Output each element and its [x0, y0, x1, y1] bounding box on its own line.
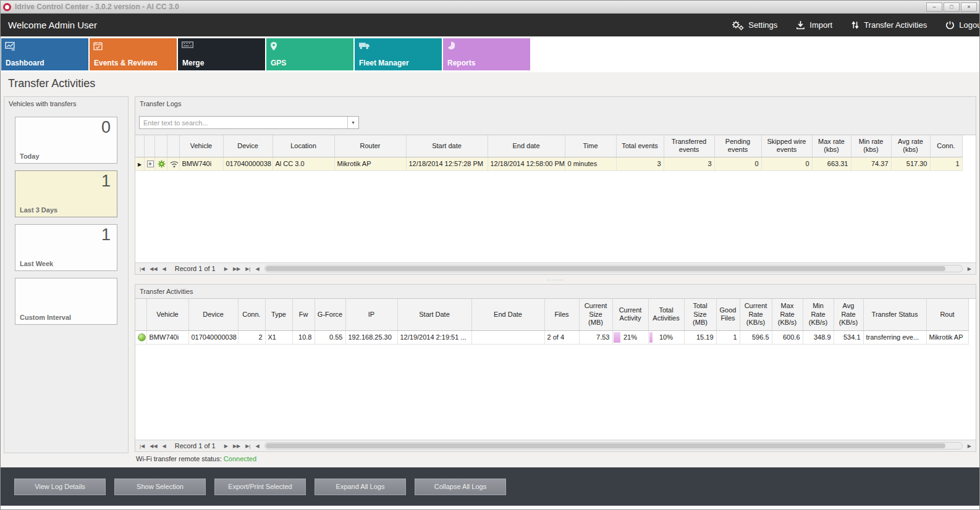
close-button[interactable]: ×	[961, 2, 977, 12]
prev-page-icon[interactable]: ◀◀	[148, 443, 158, 449]
import-button[interactable]: Import	[796, 20, 832, 30]
nav-tile-dashboard[interactable]: Dashboard	[1, 38, 88, 70]
expand-all-logs-button[interactable]: Expand All Logs	[315, 479, 406, 495]
progress-cell[interactable]: 21%	[612, 330, 648, 344]
next-page-icon[interactable]: ▶▶	[232, 443, 242, 449]
column-header[interactable]: Fw	[292, 299, 315, 330]
cell[interactable]: 2 of 4	[544, 330, 579, 344]
cell[interactable]: 596.5	[740, 330, 772, 344]
cell[interactable]: 534.1	[834, 330, 863, 344]
column-header[interactable]: Rout	[926, 299, 968, 330]
cell[interactable]: 348.9	[803, 330, 834, 344]
cell[interactable]: 663.31	[812, 157, 851, 170]
panel-splitter[interactable]: ·······	[135, 275, 976, 284]
column-header[interactable]: Vehicle	[146, 299, 188, 330]
logout-button[interactable]: Logout	[945, 20, 980, 30]
column-header[interactable]: Start Date	[397, 299, 471, 330]
nav-tile-reports[interactable]: Reports	[443, 38, 530, 70]
cell[interactable]	[471, 330, 544, 344]
cell[interactable]: 74.37	[851, 157, 891, 170]
column-header[interactable]: G-Force	[315, 299, 345, 330]
horizontal-scrollbar[interactable]	[264, 265, 963, 272]
nav-tile-merge[interactable]: Merge	[178, 38, 265, 70]
column-header[interactable]: Transferred events	[664, 135, 714, 157]
scroll-right-icon[interactable]: ▶	[966, 443, 973, 449]
column-header[interactable]: Start date	[406, 135, 488, 157]
green-dot-cell[interactable]	[135, 330, 146, 344]
column-header[interactable]: Router	[334, 135, 406, 157]
cell[interactable]: 017040000038	[223, 157, 272, 170]
cell[interactable]: 1	[716, 330, 740, 344]
column-header[interactable]	[144, 135, 154, 157]
column-header[interactable]: Conn.	[238, 299, 265, 330]
column-header[interactable]	[135, 135, 144, 157]
column-header[interactable]: Total events	[616, 135, 664, 157]
column-header[interactable]: End Date	[471, 299, 544, 330]
column-header[interactable]: Pending events	[714, 135, 761, 157]
view-log-details-button[interactable]: View Log Details	[14, 479, 106, 495]
table-row[interactable]: BMW740i0170400000382X110.80.55192.168.25…	[135, 330, 968, 344]
minimize-button[interactable]: –	[926, 2, 942, 12]
scrollbar-thumb[interactable]	[266, 266, 945, 271]
settings-button[interactable]: Settings	[732, 20, 777, 30]
column-header[interactable]: Total Size (MB)	[684, 299, 716, 330]
scroll-right-icon[interactable]: ▶	[966, 266, 973, 272]
cell[interactable]: transferring eve...	[863, 330, 926, 344]
column-header[interactable]: Current Size (MB)	[579, 299, 612, 330]
search-input[interactable]	[140, 119, 347, 127]
row-arrow-cell[interactable]: ▶	[135, 157, 144, 170]
cell[interactable]: Mikrotik AP	[926, 330, 968, 344]
cell[interactable]: 017040000038	[188, 330, 238, 344]
column-header[interactable]: Max Rate (KB/s)	[772, 299, 803, 330]
column-header[interactable]: Files	[544, 299, 579, 330]
column-header[interactable]	[154, 135, 167, 157]
column-header[interactable]: Max rate (kbs)	[812, 135, 851, 157]
cell[interactable]: 517.30	[891, 157, 930, 170]
expand-plus-cell[interactable]: +	[144, 157, 154, 170]
column-header[interactable]: Type	[265, 299, 292, 330]
column-header[interactable]: Transfer Status	[863, 299, 926, 330]
cell[interactable]: BMW740i	[179, 157, 223, 170]
cell[interactable]: 12/19/2014 2:19:51 ...	[397, 330, 471, 344]
column-header[interactable]: Vehicle	[179, 135, 223, 157]
column-header[interactable]: Good Files	[716, 299, 740, 330]
column-header[interactable]	[167, 135, 179, 157]
cell[interactable]: 0	[714, 157, 761, 170]
column-header[interactable]: Min rate (kbs)	[851, 135, 891, 157]
cell[interactable]: 1	[930, 157, 962, 170]
scroll-left-icon[interactable]: ◀	[254, 443, 260, 449]
wifi-cell[interactable]	[167, 157, 179, 170]
next-page-icon[interactable]: ▶▶	[232, 266, 242, 272]
cell[interactable]: 3	[664, 157, 714, 170]
search-dropdown-icon[interactable]: ▼	[347, 117, 358, 128]
column-header[interactable]: End date	[488, 135, 565, 157]
prev-record-icon[interactable]: ◀	[161, 443, 167, 449]
nav-tile-fleet-manager[interactable]: Fleet Manager	[355, 38, 442, 70]
last-record-icon[interactable]: ▶|	[244, 443, 251, 449]
cell[interactable]: Mikrotik AP	[334, 157, 406, 170]
column-header[interactable]: Current Rate (KB/s)	[740, 299, 772, 330]
export-print-selected-button[interactable]: Export/Print Selected	[214, 479, 306, 495]
cell[interactable]: Al CC 3.0	[272, 157, 334, 170]
cell[interactable]: 2	[238, 330, 265, 344]
prev-page-icon[interactable]: ◀◀	[148, 266, 158, 272]
card-last-3-days[interactable]: 1 Last 3 Days	[15, 170, 117, 217]
titlebar[interactable]: Idrive Control Center - 3.0.2 version - …	[1, 1, 979, 14]
column-header[interactable]	[135, 299, 146, 330]
column-header[interactable]: Skipped wire events	[761, 135, 812, 157]
card-custom-interval[interactable]: Custom Interval	[15, 278, 117, 325]
cell[interactable]: 192.168.25.30	[345, 330, 397, 344]
column-header[interactable]: Total Activities	[648, 299, 684, 330]
first-record-icon[interactable]: |◀	[138, 266, 146, 272]
column-header[interactable]: Time	[565, 135, 616, 157]
nav-tile-gps[interactable]: GPS	[266, 38, 353, 70]
cell[interactable]: 0.55	[315, 330, 345, 344]
column-header[interactable]: Location	[272, 135, 334, 157]
show-selection-button[interactable]: Show Selection	[114, 479, 206, 495]
column-header[interactable]: IP	[345, 299, 397, 330]
scrollbar-thumb[interactable]	[266, 443, 945, 448]
column-header[interactable]: Device	[223, 135, 272, 157]
cell[interactable]: 3	[616, 157, 664, 170]
gear-cell[interactable]	[154, 157, 167, 170]
cell[interactable]: 12/18/2014 12:58:00 PM	[488, 157, 565, 170]
